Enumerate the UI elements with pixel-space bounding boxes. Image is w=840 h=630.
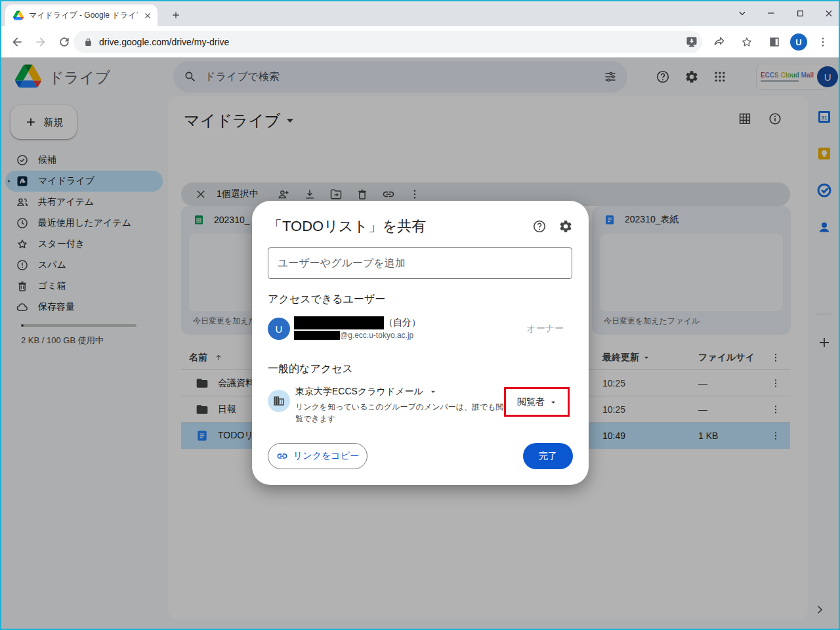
browser-profile-avatar[interactable]: U [790,33,807,51]
lock-icon [84,38,93,47]
forward-button[interactable] [29,30,52,54]
people-section-title: アクセスできるユーザー [268,293,385,306]
tab-close-icon[interactable] [143,11,152,20]
drive-page: ドライブ [0,58,840,630]
window-maximize-button[interactable] [795,9,805,18]
tab-title: マイドライブ - Google ドライブ [29,10,138,21]
copy-link-button[interactable]: リンクをコピー [268,443,368,469]
link-icon [276,450,288,462]
side-panel-icon[interactable] [763,30,786,54]
browser-actions: U [680,26,835,58]
dialog-settings-gear-icon[interactable] [558,219,574,235]
dialog-help-icon[interactable] [532,219,548,235]
share-page-icon[interactable] [707,30,731,54]
owner-name-line: （自分） [294,316,421,329]
url-text: drive.google.com/drive/my-drive [99,37,229,47]
redacted-name [294,316,384,329]
organization-building-icon [268,390,290,412]
dialog-title: 「TODOリスト」を共有 [268,217,426,236]
role-label: 閲覧者 [517,396,545,408]
add-people-input[interactable] [268,247,572,279]
general-access-description: リンクを知っているこのグループのメンバーは、誰でも閲覧できます [295,401,507,425]
redacted-email [294,331,340,340]
browser-toolbar: drive.google.com/drive/my-drive U [0,26,840,58]
new-tab-button[interactable] [167,6,185,24]
url-bar[interactable]: drive.google.com/drive/my-drive [74,31,702,53]
share-dialog: 「TODOリスト」を共有 アクセスできるユーザー U （自分） @g.ecc.u… [252,201,589,485]
owner-role-label: オーナー [526,323,564,335]
general-access-section-title: 一般的なアクセス [268,362,353,376]
window-minimize-button[interactable] [766,9,776,18]
caret-down-icon [430,388,436,395]
bookmark-star-icon[interactable] [735,30,759,54]
caret-down-icon [550,399,556,406]
window-controls [738,0,833,26]
done-button[interactable]: 完了 [523,443,573,469]
general-access-group[interactable]: 東京大学ECCSクラウドメール [295,386,436,398]
browser-menu-icon[interactable] [811,30,835,54]
install-page-icon[interactable] [680,30,704,54]
drive-favicon [13,10,24,20]
role-dropdown-highlighted[interactable]: 閲覧者 [504,387,570,417]
plus-icon [171,10,181,20]
owner-email-line: @g.ecc.u-tokyo.ac.jp [294,331,413,340]
owner-avatar: U [268,318,290,340]
copy-link-label: リンクをコピー [293,450,359,462]
browser-tab[interactable]: マイドライブ - Google ドライブ [5,5,158,26]
tab-search-chevron-icon[interactable] [738,9,747,18]
back-button[interactable] [5,30,29,54]
tab-strip: マイドライブ - Google ドライブ [0,0,840,26]
window-close-button[interactable] [824,9,833,18]
reload-button[interactable] [52,30,76,54]
